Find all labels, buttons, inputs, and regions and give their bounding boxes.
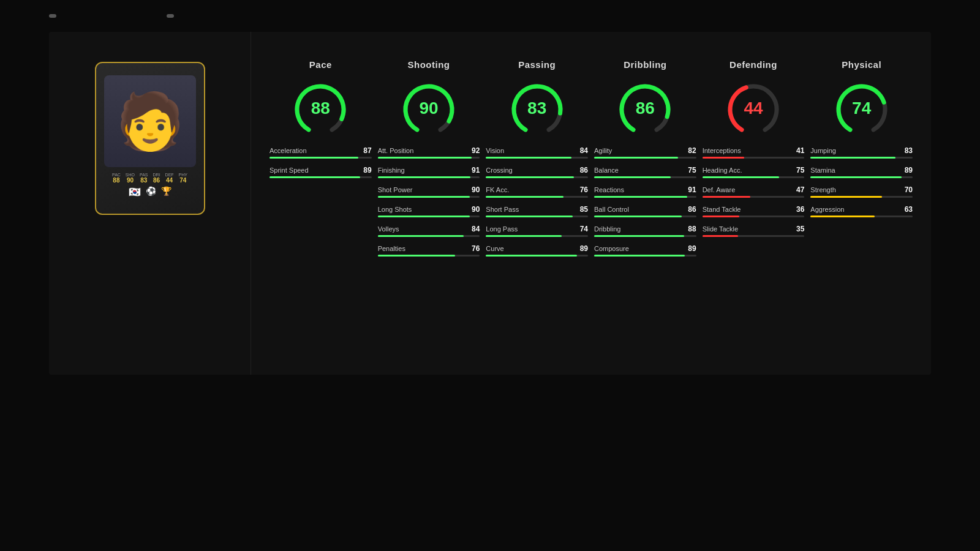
stat-item-5-2: Strength 70 [810, 186, 913, 198]
stat-bar-bg-1-3 [378, 216, 480, 217]
stat-item-2-5: Curve 89 [486, 244, 588, 257]
player-card: 🧑 PAC 88 SHO 90 PAS 83 DRI 86 [95, 62, 205, 215]
stat-item-2-2: FK Acc. 76 [486, 186, 588, 198]
stat-item-5-3: Aggression 63 [810, 205, 913, 217]
card-stat-sho: SHO 90 [126, 173, 135, 184]
stat-bar-fill-2-2 [486, 196, 564, 198]
stats-list-0: Acceleration 87 Sprint Speed 89 [270, 146, 372, 178]
stat-name-1-4: Volleys [378, 225, 399, 233]
player-panel: 🧑 PAC 88 SHO 90 PAS 83 DRI 86 [49, 32, 251, 375]
stat-val-4-3: 36 [796, 205, 804, 214]
stat-bar-fill-5-2 [810, 196, 882, 198]
stat-bar-fill-3-1 [594, 176, 671, 178]
stat-bar-bg-4-0 [703, 157, 805, 159]
left-badge [49, 14, 56, 18]
stat-val-3-3: 86 [688, 205, 696, 214]
stat-bar-fill-2-4 [486, 235, 561, 237]
stat-val-1-2: 90 [472, 186, 480, 194]
card-stat-pas: PAS 83 [140, 173, 148, 184]
stat-item-1-4: Volleys 84 [378, 225, 480, 237]
stat-item-4-0: Interceptions 41 [703, 146, 805, 159]
stat-bar-bg-5-3 [810, 216, 913, 217]
stat-row-4-2: Def. Aware 47 [703, 186, 805, 194]
stat-val-1-3: 90 [472, 205, 480, 214]
gauge-0: 88 [290, 76, 351, 137]
gauge-value-5: 74 [852, 99, 871, 118]
stat-val-1-5: 76 [472, 244, 480, 253]
stat-name-1-2: Shot Power [378, 186, 413, 193]
stat-name-5-1: Stamina [810, 167, 835, 174]
stat-row-2-3: Short Pass 85 [486, 205, 588, 214]
gauge-value-2: 83 [527, 99, 546, 118]
stat-bar-bg-2-4 [486, 235, 588, 237]
gauge-1: 90 [398, 76, 459, 137]
stat-name-5-3: Aggression [810, 206, 844, 213]
stat-item-1-0: Att. Position 92 [378, 146, 480, 159]
gauge-4: 44 [723, 76, 784, 137]
stats-list-5: Jumping 83 Stamina 89 Strength 70 [810, 146, 913, 217]
attr-categories-grid: Pace 88 Acceleration 87 Sprint Speed 89 … [270, 59, 913, 257]
stat-bar-bg-5-1 [810, 176, 913, 178]
stat-bar-bg-4-1 [703, 176, 805, 178]
stat-val-1-4: 84 [472, 225, 480, 233]
stat-name-3-3: Ball Control [594, 206, 629, 213]
stat-name-2-3: Short Pass [486, 206, 519, 213]
stat-name-1-5: Penalties [378, 245, 405, 252]
stat-bar-bg-4-2 [703, 196, 805, 198]
stat-name-3-2: Reactions [594, 186, 624, 193]
stat-bar-bg-5-0 [810, 157, 913, 159]
stat-bar-fill-4-1 [703, 176, 779, 178]
stat-bar-fill-0-0 [270, 157, 358, 159]
stat-val-3-1: 75 [688, 166, 696, 174]
stat-val-5-1: 89 [905, 166, 913, 174]
stat-item-1-3: Long Shots 90 [378, 205, 480, 217]
stat-bar-fill-2-1 [486, 176, 573, 178]
stat-val-5-2: 70 [905, 186, 913, 194]
stat-val-4-2: 47 [796, 186, 804, 194]
category-defending: Defending 44 Interceptions 41 Heading Ac… [703, 59, 805, 257]
stat-val-2-5: 89 [580, 244, 588, 253]
stat-row-5-3: Aggression 63 [810, 205, 913, 214]
stat-bar-fill-3-4 [594, 235, 684, 237]
category-pace: Pace 88 Acceleration 87 Sprint Speed 89 [270, 59, 372, 257]
stat-row-0-1: Sprint Speed 89 [270, 166, 372, 174]
category-name-5: Physical [842, 59, 881, 70]
stat-row-5-2: Strength 70 [810, 186, 913, 194]
card-stat-phy: PHY 74 [179, 173, 187, 184]
stat-val-5-0: 83 [905, 146, 913, 155]
stat-bar-bg-5-2 [810, 196, 913, 198]
gauge-2: 83 [507, 76, 568, 137]
gauge-value-3: 86 [636, 99, 655, 118]
stat-item-2-4: Long Pass 74 [486, 225, 588, 237]
stat-item-3-3: Ball Control 86 [594, 205, 696, 217]
stat-bar-fill-3-5 [594, 255, 685, 257]
stat-name-4-0: Interceptions [703, 147, 741, 154]
category-shooting: Shooting 90 Att. Position 92 Finishing 9… [378, 59, 480, 257]
stat-bar-fill-0-1 [270, 176, 360, 178]
stat-val-3-5: 89 [688, 244, 696, 253]
stat-val-1-0: 92 [472, 146, 480, 155]
stat-item-4-4: Slide Tackle 35 [703, 225, 805, 237]
stat-bar-bg-2-1 [486, 176, 588, 178]
top-navigation [0, 0, 980, 32]
stat-name-5-0: Jumping [810, 147, 836, 154]
stat-bar-bg-3-2 [594, 196, 696, 198]
stat-bar-bg-3-3 [594, 216, 696, 217]
stat-item-3-1: Balance 75 [594, 166, 696, 178]
stat-row-4-0: Interceptions 41 [703, 146, 805, 155]
stat-name-0-0: Acceleration [270, 147, 307, 154]
stat-bar-bg-1-5 [378, 255, 480, 257]
card-stat-def: DEF 44 [165, 173, 174, 184]
stat-row-0-0: Acceleration 87 [270, 146, 372, 155]
stat-bar-fill-5-3 [810, 216, 875, 217]
stat-row-2-0: Vision 84 [486, 146, 588, 155]
stat-row-1-2: Shot Power 90 [378, 186, 480, 194]
stat-name-2-2: FK Acc. [486, 186, 509, 193]
stat-name-4-2: Def. Aware [703, 186, 736, 193]
category-name-0: Pace [309, 59, 332, 70]
main-container: 🧑 PAC 88 SHO 90 PAS 83 DRI 86 [49, 32, 931, 375]
stats-list-2: Vision 84 Crossing 86 FK Acc. 76 [486, 146, 588, 257]
stat-bar-fill-1-5 [378, 255, 456, 257]
attributes-panel: Pace 88 Acceleration 87 Sprint Speed 89 … [251, 32, 931, 375]
stat-val-4-4: 35 [796, 225, 804, 233]
